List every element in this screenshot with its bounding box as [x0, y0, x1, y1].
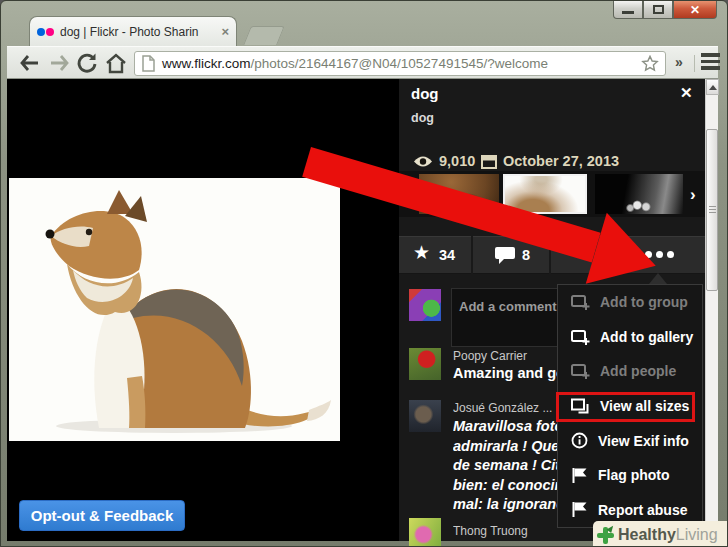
healthy-living-watermark: HealthyLiving: [593, 521, 728, 547]
favorite-button[interactable]: ★: [413, 241, 430, 264]
thumb-next-button[interactable]: ›: [690, 185, 696, 205]
menu-item-flag-photo[interactable]: Flag photo: [558, 458, 702, 493]
commenter-name[interactable]: Thong Truong: [453, 524, 557, 538]
comment-count: 8: [522, 247, 530, 263]
scroll-up-icon: [709, 85, 717, 90]
panel-close-button[interactable]: ✕: [680, 84, 693, 102]
add-to-set-icon: [571, 329, 590, 345]
add-comment-input[interactable]: Add a comment: [451, 288, 558, 347]
refresh-icon: [76, 52, 98, 74]
address-bar[interactable]: www.flickr.com/photos/21644167@N04/10527…: [134, 51, 666, 76]
view-count-group: 9,010: [413, 153, 475, 169]
eye-icon: [413, 155, 433, 168]
bookmark-star-icon[interactable]: [641, 55, 659, 73]
maximize-icon: [653, 5, 664, 14]
menu-item-add-to-gallery[interactable]: Add to gallery: [558, 320, 702, 355]
add-to-set-icon: [571, 363, 590, 379]
page-icon: [141, 55, 156, 72]
view-all-sizes-highlight-box: [556, 392, 695, 422]
toolbar-divider: [694, 55, 695, 72]
forward-arrow-icon: [49, 53, 70, 73]
avatar-current-user[interactable]: [409, 289, 441, 321]
date-taken: October 27, 2013: [503, 153, 619, 169]
commenter-name[interactable]: Josué González ...: [453, 401, 557, 415]
flag-icon: [571, 467, 588, 484]
thumbnail-swans[interactable]: [595, 174, 683, 214]
favorite-count: 34: [439, 247, 455, 263]
home-icon: [105, 53, 127, 74]
extensions-overflow-button[interactable]: »: [675, 54, 683, 70]
url-host: www.flickr.com: [162, 56, 251, 71]
page-scrollbar[interactable]: [705, 79, 718, 541]
menu-item-add-people[interactable]: Add people: [558, 354, 702, 389]
scrollbar-thumb[interactable]: [706, 129, 718, 291]
close-window-button[interactable]: ✕: [673, 1, 717, 19]
maximize-button[interactable]: [643, 1, 673, 19]
browser-window: ✕ dog | Flickr - Photo Sharin × www.flic…: [0, 0, 728, 547]
avatar-commenter[interactable]: [409, 400, 441, 432]
url-path: /photos/21644167@N04/10527491545/?welcom…: [251, 56, 641, 71]
forward-button[interactable]: [47, 51, 71, 75]
tab-title: dog | Flickr - Photo Sharin: [60, 25, 217, 39]
dog-photo-image: [9, 178, 340, 441]
info-icon: [571, 432, 588, 449]
flag-icon: [571, 501, 588, 518]
refresh-button[interactable]: [75, 51, 99, 75]
add-to-set-icon: [571, 294, 590, 310]
comment-button[interactable]: [494, 246, 516, 265]
photo-description: dog: [411, 111, 434, 125]
comment-text: Maravillosa fotog admirarla ! Que t de s…: [453, 417, 558, 515]
green-cross-icon: [597, 525, 615, 545]
browser-toolbar: www.flickr.com/photos/21644167@N04/10527…: [7, 46, 718, 79]
close-icon: ✕: [690, 3, 700, 17]
back-button[interactable]: [17, 51, 41, 75]
minimize-icon: [622, 11, 634, 14]
main-photo[interactable]: [9, 178, 340, 441]
hamburger-icon: [701, 53, 720, 70]
scroll-up-button[interactable]: [706, 79, 719, 95]
scrollbar-grip-icon: [709, 206, 716, 215]
menu-item-view-exif-info[interactable]: View Exif info: [558, 423, 702, 458]
opt-out-feedback-button[interactable]: Opt-out & Feedback: [19, 500, 185, 531]
avatar-commenter[interactable]: [409, 518, 441, 547]
calendar-icon: [481, 154, 497, 169]
action-divider: [471, 236, 473, 274]
commenter-name[interactable]: Poopy Carrier: [453, 349, 557, 363]
window-controls: ✕: [613, 1, 717, 19]
chrome-menu-button[interactable]: [701, 53, 720, 73]
minimize-button[interactable]: [613, 1, 643, 19]
browser-tab[interactable]: dog | Flickr - Photo Sharin ×: [29, 16, 237, 46]
watermark-text-bold: Healthy: [618, 526, 676, 544]
date-taken-group: October 27, 2013: [481, 153, 619, 169]
more-options-icon: [667, 251, 674, 258]
tab-close-button[interactable]: ×: [221, 24, 229, 39]
comment-text: Amazing and gorg: [453, 365, 558, 381]
watermark-text-light: Living: [676, 526, 718, 544]
add-comment-placeholder: Add a comment: [459, 299, 557, 314]
back-arrow-icon: [19, 53, 40, 73]
flickr-favicon-icon: [37, 27, 54, 37]
avatar-commenter[interactable]: [409, 348, 441, 380]
home-button[interactable]: [104, 51, 128, 75]
view-count: 9,010: [439, 153, 475, 169]
photo-title: dog: [411, 85, 439, 102]
new-tab-button[interactable]: [243, 26, 285, 45]
